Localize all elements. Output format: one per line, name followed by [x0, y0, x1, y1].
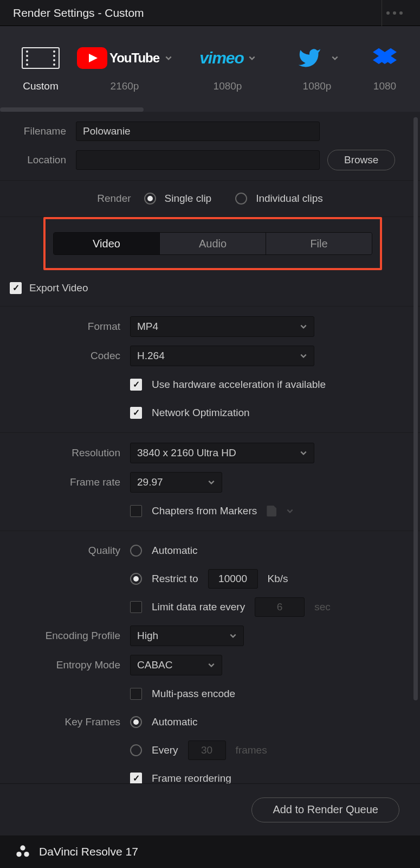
tab-file[interactable]: File [266, 233, 372, 254]
codec-label: Codec [5, 350, 130, 362]
vertical-scrollbar[interactable] [413, 117, 418, 700]
preset-youtube[interactable]: YouTube 2160p [70, 46, 179, 92]
resolution-select[interactable]: 3840 x 2160 Ultra HD [130, 443, 314, 463]
keyframes-auto-label: Automatic [152, 716, 197, 728]
render-label: Render [97, 193, 131, 205]
preset-label: Custom [23, 80, 58, 92]
svg-point-8 [53, 63, 55, 66]
location-input[interactable] [76, 150, 320, 170]
single-clip-label: Single clip [165, 193, 212, 205]
keyframes-auto-radio[interactable] [130, 716, 142, 728]
preset-label: 1080p [214, 80, 242, 92]
net-opt-checkbox[interactable] [130, 407, 142, 419]
davinci-logo-icon [15, 844, 30, 859]
svg-point-3 [26, 59, 28, 61]
preset-dropbox[interactable]: 1080 [358, 46, 412, 92]
preset-vimeo[interactable]: vimeo 1080p [179, 46, 276, 92]
twitter-icon [295, 46, 339, 71]
enc-profile-select[interactable]: High [130, 626, 244, 646]
limit-rate-input [255, 597, 305, 617]
chapters-checkbox[interactable] [130, 505, 142, 517]
tab-audio[interactable]: Audio [160, 233, 266, 254]
individual-clips-radio[interactable] [235, 193, 247, 205]
youtube-icon: YouTube [77, 46, 172, 71]
dropbox-icon [371, 46, 399, 71]
keyframes-every-radio[interactable] [130, 744, 142, 756]
entropy-select[interactable]: CABAC [130, 655, 222, 675]
entropy-label: Entropy Mode [5, 659, 130, 671]
preset-custom[interactable]: Custom [11, 46, 70, 92]
titlebar: Render Settings - Custom [0, 0, 420, 26]
quality-restrict-radio[interactable] [130, 573, 142, 585]
preset-row: Custom YouTube 2160p vimeo 1080p 1080p 1… [0, 26, 420, 112]
svg-point-10 [20, 845, 25, 850]
format-select[interactable]: MP4 [130, 316, 314, 337]
export-video-checkbox[interactable] [10, 282, 22, 294]
svg-point-2 [26, 55, 28, 57]
single-clip-radio[interactable] [144, 193, 156, 205]
svg-point-6 [53, 55, 55, 57]
marker-icon [267, 506, 276, 516]
settings-panel: Filename Location Browse Render Single c… [0, 112, 420, 783]
keyframes-every-input [188, 741, 226, 760]
location-label: Location [5, 154, 76, 166]
individual-clips-label: Individual clips [256, 193, 323, 205]
keyframes-every-label: Every [152, 744, 178, 756]
quality-restrict-label: Restrict to [152, 573, 198, 585]
add-to-render-queue-button[interactable]: Add to Render Queue [251, 797, 399, 822]
svg-point-5 [53, 50, 55, 53]
enc-profile-label: Encoding Profile [5, 630, 130, 642]
format-label: Format [5, 321, 130, 333]
quality-auto-label: Automatic [152, 545, 197, 557]
filename-label: Filename [5, 125, 76, 137]
svg-point-12 [24, 852, 29, 857]
hw-accel-checkbox[interactable] [130, 379, 142, 391]
svg-point-7 [53, 59, 55, 61]
browse-button[interactable]: Browse [327, 150, 395, 170]
export-video-label: Export Video [29, 282, 88, 294]
chapters-label: Chapters from Markers [152, 505, 257, 517]
vimeo-icon: vimeo [199, 46, 256, 71]
preset-scrollbar[interactable] [0, 107, 144, 112]
net-opt-label: Network Optimization [152, 407, 250, 419]
svg-point-4 [26, 63, 28, 66]
bitrate-input[interactable] [208, 569, 258, 589]
app-bar: DaVinci Resolve 17 [0, 835, 420, 868]
limit-rate-checkbox[interactable] [130, 601, 142, 613]
window-title: Render Settings - Custom [13, 7, 144, 20]
preset-twitter[interactable]: 1080p [276, 46, 358, 92]
preset-label: 2160p [111, 80, 139, 92]
framerate-select[interactable]: 29.97 [130, 472, 222, 493]
film-icon [22, 46, 60, 71]
svg-point-11 [16, 852, 21, 857]
quality-auto-radio[interactable] [130, 545, 142, 557]
footer: Add to Render Queue [0, 783, 420, 835]
more-menu-icon[interactable] [386, 11, 407, 15]
tabs-highlight: Video Audio File [43, 217, 382, 270]
frame-reorder-checkbox[interactable] [130, 773, 142, 783]
resolution-label: Resolution [5, 447, 130, 459]
app-name-label: DaVinci Resolve 17 [39, 845, 138, 858]
kbs-label: Kb/s [268, 573, 288, 585]
multipass-checkbox[interactable] [130, 688, 142, 700]
framerate-label: Frame rate [5, 476, 130, 488]
tab-video[interactable]: Video [54, 233, 160, 254]
settings-tabs: Video Audio File [53, 232, 372, 255]
frame-reorder-label: Frame reordering [152, 773, 231, 783]
preset-label: 1080p [303, 80, 332, 92]
chevron-down-icon[interactable] [286, 507, 294, 515]
sec-label: sec [314, 601, 331, 613]
preset-label: 1080 [373, 80, 396, 92]
keyframes-label: Key Frames [5, 716, 130, 728]
codec-select[interactable]: H.264 [130, 346, 314, 366]
multipass-label: Multi-pass encode [152, 688, 235, 700]
limit-rate-label: Limit data rate every [152, 601, 245, 613]
quality-label: Quality [5, 545, 130, 557]
hw-accel-label: Use hardware acceleration if available [152, 379, 326, 391]
frames-label: frames [236, 744, 267, 756]
svg-point-1 [26, 50, 28, 53]
filename-input[interactable] [76, 122, 320, 141]
